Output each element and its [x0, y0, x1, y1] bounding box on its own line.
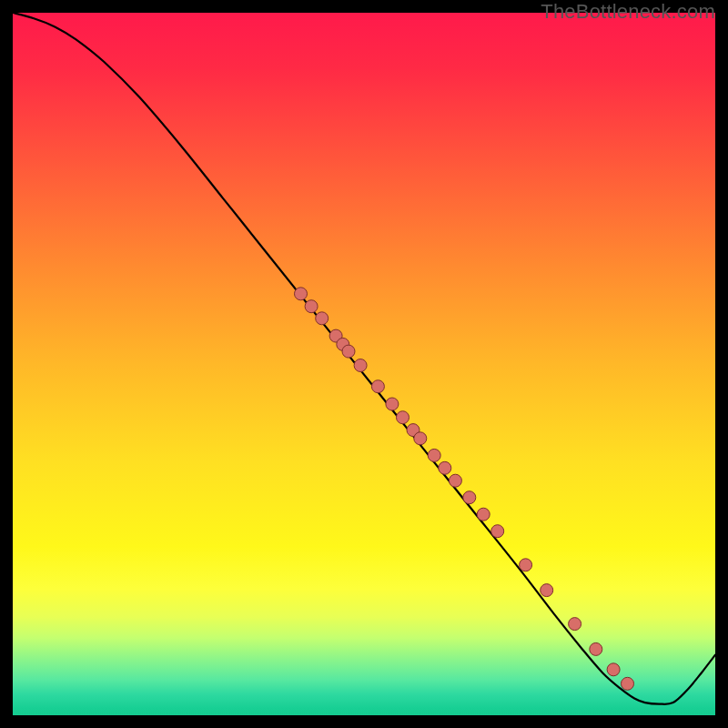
chart-frame: TheBottleneck.com	[0, 0, 728, 728]
data-point	[569, 618, 581, 631]
scatter-points	[295, 288, 634, 691]
data-point	[295, 288, 308, 300]
data-point	[463, 491, 476, 504]
data-point	[439, 461, 451, 474]
chart-overlay	[13, 13, 715, 715]
data-point	[354, 359, 367, 372]
data-point	[316, 312, 329, 325]
data-point	[607, 663, 620, 676]
data-point	[541, 584, 553, 597]
data-point	[397, 411, 410, 424]
data-point	[449, 474, 461, 487]
data-point	[428, 449, 440, 461]
data-point	[342, 345, 355, 358]
bottleneck-curve	[13, 13, 715, 704]
data-point	[491, 525, 504, 538]
data-point	[414, 432, 427, 445]
data-point	[305, 300, 318, 313]
plot-area	[13, 13, 715, 715]
data-point	[371, 380, 384, 393]
data-point	[520, 559, 532, 571]
data-point	[386, 398, 399, 410]
data-point	[622, 677, 634, 690]
data-point	[477, 508, 490, 521]
data-point	[590, 642, 602, 655]
watermark-text: TheBottleneck.com	[541, 0, 715, 24]
